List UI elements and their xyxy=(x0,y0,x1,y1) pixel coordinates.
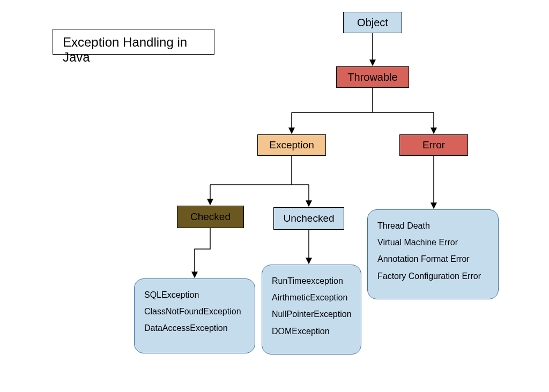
panel-checked-examples: SQLException ClassNotFoundException Data… xyxy=(134,278,255,353)
panel-unchecked-examples: RunTimeexception AirthmeticException Nul… xyxy=(262,265,361,355)
list-item: NullPointerException xyxy=(272,306,351,322)
diagram-title: Exception Handling in Java xyxy=(53,29,214,55)
node-unchecked: Unchecked xyxy=(273,207,344,230)
list-item: ClassNotFoundException xyxy=(144,303,245,320)
diagram-canvas: Exception Handling in Java Object Throwa… xyxy=(0,0,549,392)
node-checked: Checked xyxy=(177,206,244,228)
node-object: Object xyxy=(343,12,402,33)
list-item: Annotation Format Error xyxy=(377,251,488,267)
list-item: RunTimeexception xyxy=(272,273,351,289)
node-throwable: Throwable xyxy=(336,66,409,88)
list-item: Virtual Machine Error xyxy=(377,234,488,251)
panel-error-examples: Thread Death Virtual Machine Error Annot… xyxy=(367,209,499,299)
list-item: AirthmeticException xyxy=(272,289,351,306)
list-item: Factory Configuration Error xyxy=(377,268,488,284)
node-exception: Exception xyxy=(257,134,326,156)
list-item: DOMException xyxy=(272,323,351,340)
list-item: Thread Death xyxy=(377,217,488,234)
list-item: SQLException xyxy=(144,287,245,303)
node-error: Error xyxy=(399,134,468,156)
list-item: DataAccessException xyxy=(144,320,245,336)
